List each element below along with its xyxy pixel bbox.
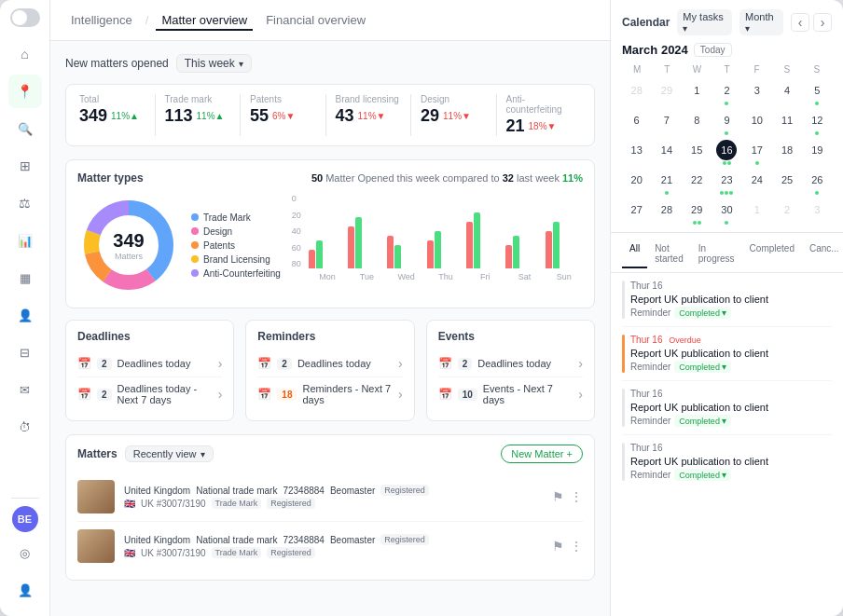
today-button[interactable]: Today [694, 43, 732, 57]
cal-cell-5[interactable]: 5 [803, 78, 832, 107]
sidebar-icon-user-bottom[interactable]: 👤 [8, 573, 42, 607]
sidebar-icon-table[interactable]: ▦ [8, 261, 42, 294]
sidebar-icon-grid2[interactable]: ⊟ [8, 335, 42, 369]
cal-cell-12[interactable]: 12 [803, 108, 832, 137]
cal-next-button[interactable] [813, 13, 832, 32]
cal-cell-7[interactable]: 7 [652, 108, 681, 137]
cal-cell-27[interactable]: 27 [622, 198, 651, 226]
cal-cell-8[interactable]: 8 [683, 108, 712, 137]
cal-cell-29[interactable]: 29 [683, 198, 712, 226]
week-selector[interactable]: This week [176, 54, 252, 73]
cal-cell-23[interactable]: 23 [712, 168, 741, 197]
filter-all[interactable]: All [622, 240, 647, 268]
filter-not-started[interactable]: Not started [647, 240, 691, 268]
cal-cell-26[interactable]: 26 [803, 168, 832, 197]
matter-owner-1: Beomaster [330, 486, 375, 496]
cal-cell-16-today[interactable]: 16 [712, 138, 741, 167]
filter-cancelled[interactable]: Canc... [802, 240, 843, 268]
nav-matter-overview[interactable]: Matter overview [156, 9, 253, 31]
cal-cell-17[interactable]: 17 [742, 138, 771, 167]
cal-cell-24[interactable]: 24 [742, 168, 771, 197]
sidebar-icon-search[interactable]: 🔍 [8, 112, 42, 145]
cal-cell-15[interactable]: 15 [683, 138, 712, 167]
cal-cell-2[interactable]: 2 [712, 78, 741, 107]
sidebar-icon-scale[interactable]: ⚖ [8, 186, 42, 220]
sidebar-icon-clock[interactable]: ⏱ [8, 410, 42, 444]
cal-cell-28[interactable]: 28 [652, 198, 681, 226]
cal-cell-9[interactable]: 9 [712, 108, 741, 137]
bar-group-sat [505, 236, 543, 268]
flag-action-icon-2[interactable]: ⚑ [552, 539, 564, 554]
deadlines-next7-row[interactable]: 📅 2 Deadlines today - Next 7 days [77, 377, 222, 411]
recently-view-button[interactable]: Recently view [125, 445, 214, 462]
cal-cell-22[interactable]: 22 [683, 168, 712, 197]
cal-cell-4[interactable]: 4 [772, 78, 801, 107]
cal-cell-14[interactable]: 14 [652, 138, 681, 167]
toggle-button[interactable] [10, 8, 40, 27]
filter-in-progress[interactable]: In progress [691, 240, 742, 268]
task-meta-1: Reminder Completed [630, 307, 832, 319]
deadlines-today-arrow [218, 356, 223, 371]
deadlines-today-count: 2 [97, 358, 112, 370]
cal-cell-28-prev[interactable]: 28 [622, 78, 651, 107]
bar-mon-green [316, 240, 323, 268]
cal-cell-25[interactable]: 25 [772, 168, 801, 197]
sidebar-icon-mail[interactable]: ✉ [8, 373, 42, 406]
cal-cell-11[interactable]: 11 [772, 108, 801, 137]
matter-country-2: United Kingdom [124, 535, 190, 545]
cal-prev-button[interactable] [791, 13, 809, 32]
task-type-3: Reminder [630, 416, 670, 426]
matter-actions-2[interactable]: ⚑ ⋮ [552, 539, 583, 554]
new-matter-button[interactable]: New Matter + [501, 445, 583, 463]
cal-cell-20[interactable]: 20 [622, 168, 651, 197]
task-status-1[interactable]: Completed [674, 307, 731, 319]
reminder-icon: 📅 [257, 357, 271, 370]
cal-cell-18[interactable]: 18 [772, 138, 801, 167]
sidebar-icon-home[interactable]: ⌂ [8, 37, 42, 71]
cal-cell-1[interactable]: 1 [683, 78, 712, 107]
sidebar-avatar[interactable]: BE [12, 506, 38, 532]
more-icon-1[interactable]: ⋮ [570, 489, 583, 504]
cal-cell-3-next[interactable]: 3 [803, 198, 832, 226]
arrow-up-icon [130, 111, 139, 121]
sidebar-icon-barchart[interactable]: 📊 [8, 224, 42, 257]
deadlines-next7-label: Deadlines today - Next 7 days [117, 383, 213, 405]
cal-cell-2-next[interactable]: 2 [772, 198, 801, 226]
reminders-today-row[interactable]: 📅 2 Deadlines today [257, 350, 402, 377]
sidebar-icon-location[interactable]: 📍 [8, 75, 42, 108]
cal-cell-3[interactable]: 3 [742, 78, 771, 107]
cal-cell-13[interactable]: 13 [622, 138, 651, 167]
matter-sub-1: 🇬🇧 UK #3007/3190 Trade Mark Registered [124, 498, 543, 509]
sidebar-icon-person[interactable]: 👤 [8, 298, 42, 332]
reminders-next7-row[interactable]: 📅 18 Reminders - Next 7 days [257, 377, 402, 411]
cal-cell-29-prev[interactable]: 29 [652, 78, 681, 107]
deadlines-today-row[interactable]: 📅 2 Deadlines today [77, 350, 222, 377]
task-status-3[interactable]: Completed [674, 415, 731, 427]
cal-cell-10[interactable]: 10 [742, 108, 771, 137]
cal-cell-21[interactable]: 21 [652, 168, 681, 197]
reminders-next7-count: 18 [277, 389, 297, 401]
cal-cell-30[interactable]: 30 [712, 198, 741, 226]
cal-cell-19[interactable]: 19 [803, 138, 832, 167]
month-dropdown[interactable]: Month [739, 9, 783, 35]
cal-cell-1-next[interactable]: 1 [742, 198, 771, 226]
matter-trade-type-2: Trade Mark [212, 547, 262, 558]
flag-action-icon-1[interactable]: ⚑ [552, 489, 564, 504]
content-area: New matters opened This week Total 349 1… [50, 41, 610, 616]
more-icon-2[interactable]: ⋮ [570, 539, 583, 554]
nav-intelligence[interactable]: Intelligence [65, 9, 138, 31]
sidebar-icon-radio[interactable]: ◎ [8, 536, 42, 569]
matter-actions-1[interactable]: ⚑ ⋮ [552, 489, 583, 504]
matters-header: Matters Recently view New Matter + [77, 445, 583, 463]
task-status-4[interactable]: Completed [674, 469, 731, 481]
filter-completed[interactable]: Completed [742, 240, 802, 268]
my-tasks-dropdown[interactable]: My tasks [677, 9, 732, 35]
sidebar-divider [11, 498, 39, 499]
task-status-2[interactable]: Completed [674, 361, 731, 373]
sidebar-icon-grid[interactable]: ⊞ [8, 149, 42, 183]
stat-total-label: Total [79, 94, 145, 104]
events-today-row[interactable]: 📅 2 Deadlines today [438, 350, 583, 377]
cal-cell-6[interactable]: 6 [622, 108, 651, 137]
events-next7-row[interactable]: 📅 10 Events - Next 7 days [438, 377, 583, 411]
nav-financial-overview[interactable]: Financial overview [260, 9, 371, 31]
